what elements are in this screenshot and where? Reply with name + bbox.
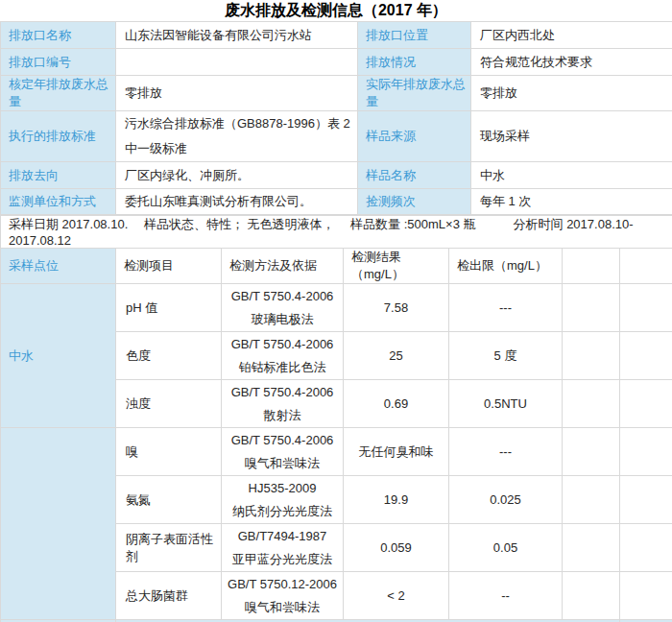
method-cell: GB/T 5750.4-2006 玻璃电极法 — [222, 284, 344, 332]
result-cell: 0.059 — [344, 524, 449, 572]
blank-cell — [563, 476, 620, 524]
report-page: 废水排放及检测信息（2017 年） 排放口名称 山东法因智能设备有限公司污水站 … — [0, 0, 672, 622]
method-cell: GB/T7494-1987 亚甲蓝分光光度法 — [222, 524, 344, 572]
method-cell: GB/T 5750.4-2006 铂钴标准比色法 — [222, 332, 344, 380]
info-value: 零排放 — [116, 76, 358, 111]
blank-cell — [620, 284, 672, 332]
info-value: 每年 1 次 — [471, 189, 672, 215]
info-row: 监测单位和方式 委托山东唯真测试分析有限公司。 捡测频次 每年 1 次 — [1, 189, 672, 215]
info-label: 排放口编号 — [1, 49, 116, 76]
info-label: 样品名称 — [358, 162, 471, 189]
info-label: 核定年排放废水总量 — [1, 76, 116, 111]
header-limit: 检出限（mg/L） — [449, 249, 563, 284]
header-blank — [563, 249, 620, 284]
blank-cell — [620, 332, 672, 380]
detail-header-row: 采样点位 检测项目 检测方法及依据 检测结果（mg/L） 检出限（mg/L） — [1, 249, 672, 284]
method-name: 铂钴标准比色法 — [222, 356, 343, 379]
method-standard: GB/T 5750.4-2006 — [222, 381, 343, 404]
method-standard: GB/T 5750.4-2006 — [222, 285, 343, 308]
header-sampling-point: 采样点位 — [1, 249, 116, 284]
info-row: 执行的排放标准 污水综合排放标准（GB8878-1996）表 2 中一级标准 样… — [1, 111, 672, 162]
limit-cell: -- — [449, 572, 563, 620]
info-table: 排放口名称 山东法因智能设备有限公司污水站 排放口位置 厂区内西北处 排放口编号… — [0, 21, 672, 215]
info-label: 执行的排放标准 — [1, 111, 116, 162]
header-result: 检测结果（mg/L） — [344, 249, 449, 284]
result-cell: 7.58 — [344, 284, 449, 332]
item-cell: pH 值 — [116, 284, 222, 332]
info-label: 捡测频次 — [358, 189, 471, 215]
limit-cell: 0.5NTU — [449, 380, 563, 428]
method-standard: GB/T 5750.4-2006 — [222, 429, 343, 452]
item-cell: 阴离子表面活性剂 — [116, 524, 222, 572]
blank-cell — [563, 572, 620, 620]
result-cell: 19.9 — [344, 476, 449, 524]
blank-cell — [563, 380, 620, 428]
info-value: 污水综合排放标准（GB8878-1996）表 2 中一级标准 — [116, 111, 358, 162]
method-cell: HJ535-2009 纳氏剂分光光度法 — [222, 476, 344, 524]
info-value: 厂区内绿化、冲厕所。 — [116, 162, 358, 189]
method-standard: GB/T 5750.4-2006 — [222, 333, 343, 356]
blank-cell — [620, 524, 672, 572]
info-label: 排放情况 — [358, 49, 471, 76]
method-cell: GB/T 5750.4-2006 散射法 — [222, 380, 344, 428]
method-standard: GB/T 5750.12-2006 — [222, 573, 343, 596]
blank-cell — [563, 332, 620, 380]
blank-cell — [620, 428, 672, 476]
detail-table: 采样日期 2017.08.10. 样品状态、特性； 无色透明液体， 样品数量 :… — [0, 215, 672, 622]
header-item: 检测项目 — [116, 249, 222, 284]
info-value: 零排放 — [471, 76, 672, 111]
info-label: 样品来源 — [358, 111, 471, 162]
blank-cell — [563, 428, 620, 476]
info-value: 委托山东唯真测试分析有限公司。 — [116, 189, 358, 215]
item-cell: 色度 — [116, 332, 222, 380]
limit-cell: 0.025 — [449, 476, 563, 524]
method-cell: GB/T 5750.12-2006 嗅气和尝味法 — [222, 572, 344, 620]
info-value: 厂区内西北处 — [471, 22, 672, 49]
limit-cell: --- — [449, 284, 563, 332]
result-cell: 25 — [344, 332, 449, 380]
blank-cell — [620, 380, 672, 428]
method-name: 亚甲蓝分光光度法 — [222, 548, 343, 571]
method-name: 嗅气和尝味法 — [222, 452, 343, 475]
sample-info-text: 采样日期 2017.08.10. 样品状态、特性； 无色透明液体， 样品数量 :… — [1, 216, 672, 249]
info-row: 排放去向 厂区内绿化、冲厕所。 样品名称 中水 — [1, 162, 672, 189]
info-label: 排放去向 — [1, 162, 116, 189]
header-blank — [620, 249, 672, 284]
method-name: 纳氏剂分光光度法 — [222, 500, 343, 523]
info-value: 中水 — [471, 162, 672, 189]
limit-cell: 0.05 — [449, 524, 563, 572]
header-method: 检测方法及依据 — [222, 249, 344, 284]
item-cell: 嗅 — [116, 428, 222, 476]
info-label: 实际年排放废水总量 — [358, 76, 471, 111]
info-label: 排放口位置 — [358, 22, 471, 49]
info-value — [116, 49, 358, 76]
info-value: 山东法因智能设备有限公司污水站 — [116, 22, 358, 49]
info-label: 排放口名称 — [1, 22, 116, 49]
result-cell: 0.69 — [344, 380, 449, 428]
sampling-point-empty-cell — [1, 428, 116, 620]
limit-cell: 5 度 — [449, 332, 563, 380]
blank-cell — [563, 524, 620, 572]
detail-row: 嗅 GB/T 5750.4-2006 嗅气和尝味法 无任何臭和味 --- — [1, 428, 672, 476]
method-standard: GB/T7494-1987 — [222, 525, 343, 548]
sample-info-row: 采样日期 2017.08.10. 样品状态、特性； 无色透明液体， 样品数量 :… — [1, 216, 672, 249]
info-value: 现场采样 — [471, 111, 672, 162]
info-row: 排放口名称 山东法因智能设备有限公司污水站 排放口位置 厂区内西北处 — [1, 22, 672, 49]
blank-cell — [620, 476, 672, 524]
info-row: 核定年排放废水总量 零排放 实际年排放废水总量 零排放 — [1, 76, 672, 111]
method-name: 玻璃电极法 — [222, 308, 343, 331]
info-label: 监测单位和方式 — [1, 189, 116, 215]
sampling-point-cell: 中水 — [1, 284, 116, 428]
method-name: 嗅气和尝味法 — [222, 596, 343, 619]
result-cell: < 2 — [344, 572, 449, 620]
blank-cell — [620, 572, 672, 620]
blank-cell — [563, 284, 620, 332]
info-value: 符合规范化技术要求 — [471, 49, 672, 76]
item-cell: 氨氮 — [116, 476, 222, 524]
method-name: 散射法 — [222, 404, 343, 427]
result-cell: 无任何臭和味 — [344, 428, 449, 476]
info-row: 排放口编号 排放情况 符合规范化技术要求 — [1, 49, 672, 76]
item-cell: 总大肠菌群 — [116, 572, 222, 620]
page-title: 废水排放及检测信息（2017 年） — [0, 0, 672, 21]
method-cell: GB/T 5750.4-2006 嗅气和尝味法 — [222, 428, 344, 476]
